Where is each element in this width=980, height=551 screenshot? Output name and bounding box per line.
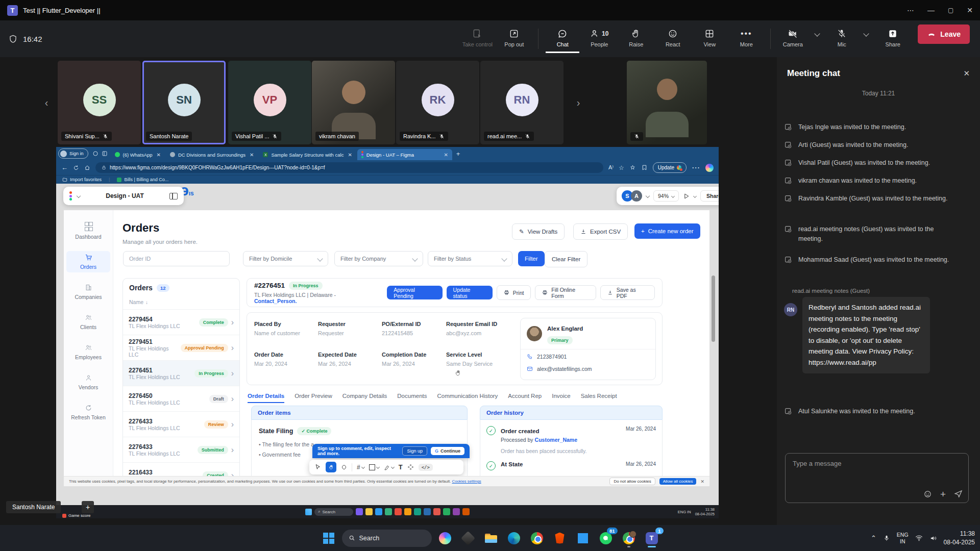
share-button[interactable]: Share [876, 24, 910, 53]
google-continue-button[interactable]: G Continue [431, 447, 464, 455]
tiles-scroll-left[interactable]: ‹ [40, 61, 53, 144]
dev-mode-toggle[interactable]: </> [419, 464, 433, 471]
customer-name-link[interactable]: Customer_Name [535, 437, 577, 443]
approval-pending-button[interactable]: Approval Pending [387, 286, 442, 299]
copilot-icon[interactable] [435, 529, 455, 548]
filter-company-select[interactable]: Filter by Company [334, 251, 423, 266]
tray-mic-icon[interactable] [883, 535, 890, 542]
video-tile-active-speaker[interactable]: SN Santosh Narate [142, 61, 226, 144]
tab-order-preview[interactable]: Order Preview [295, 393, 332, 403]
refresh-icon[interactable] [73, 165, 79, 171]
mini-app-icon[interactable] [365, 508, 373, 515]
text-tool[interactable]: T [399, 463, 403, 471]
update-status-button[interactable]: Update status [447, 286, 493, 299]
vscode-icon[interactable] [573, 529, 593, 548]
raise-button[interactable]: Raise [619, 24, 653, 53]
mini-app-icon[interactable] [356, 508, 363, 515]
read-aloud-icon[interactable]: A⁾ [608, 164, 614, 171]
order-row[interactable]: 2279454TL Flex Holdings LLC Complete › [123, 310, 239, 335]
address-bar[interactable]: https://www.figma.com/design/9BKQ0FOHRWa… [95, 162, 603, 173]
tab-close-icon[interactable]: ✕ [444, 152, 448, 158]
rect-tool[interactable] [369, 464, 379, 470]
mic-dropdown[interactable] [860, 24, 873, 53]
react-button[interactable]: React [656, 24, 690, 53]
chat-button[interactable]: Chat [546, 24, 579, 53]
whatsapp-icon[interactable]: 81 [596, 529, 616, 548]
tab-invoice[interactable]: Invoice [552, 393, 570, 403]
more-button[interactable]: ••• More [729, 24, 763, 53]
favorites-bar-icon[interactable] [641, 164, 648, 171]
camera-dropdown[interactable] [811, 24, 824, 53]
mini-app-icon[interactable] [424, 508, 431, 515]
filter-apply-button[interactable]: Filter [518, 251, 545, 266]
filter-clear-button[interactable]: Clear Filter [545, 251, 587, 267]
edge-icon[interactable] [504, 529, 524, 548]
vertical-tabs-icon[interactable] [102, 151, 108, 157]
zoom-select[interactable]: 94% [653, 190, 679, 202]
view-drafts-button[interactable]: ✎View Drafts [512, 223, 565, 240]
component-tool-icon[interactable] [407, 464, 414, 470]
figma-menu-icon[interactable] [69, 191, 72, 201]
allow-cookies-button[interactable]: Allow all cookies [659, 478, 697, 485]
favorite-star-icon[interactable]: ☆ [619, 164, 624, 171]
order-row-selected[interactable]: 2276451TL Flex Holdings LLC In Progress … [123, 360, 239, 386]
video-tile[interactable]: RN read.ai mee... [480, 61, 564, 144]
tab-communication-history[interactable]: Communication History [437, 393, 498, 403]
mini-app-icon[interactable] [443, 508, 450, 515]
app-icon-dark[interactable] [458, 529, 478, 548]
order-id-input[interactable]: Order ID [123, 251, 230, 266]
brave-icon[interactable] [550, 529, 570, 548]
video-tile[interactable]: VP Vishal Patil ... [228, 61, 311, 144]
hidden-icons-chevron[interactable]: ⌃ [871, 534, 876, 542]
layout-icon[interactable] [169, 193, 178, 199]
order-row[interactable]: 2279451TL Flex Holdings LLC Approval Pen… [123, 335, 239, 360]
sidebar-item-employees[interactable]: Employees [66, 341, 110, 363]
browser-essentials-icon[interactable] [629, 164, 636, 171]
tab-documents[interactable]: Documents [397, 393, 427, 403]
start-button[interactable] [319, 529, 338, 548]
browser-tab-active[interactable]: Design - UAT – Figma✕ [357, 149, 452, 160]
collaborator-avatar[interactable]: A [631, 190, 642, 202]
chat-close-icon[interactable]: ✕ [963, 69, 970, 78]
file-explorer-icon[interactable] [481, 529, 501, 548]
contact-phone[interactable]: 2123874901 [537, 354, 567, 360]
window-maximize-icon[interactable]: ▢ [948, 7, 953, 14]
filter-status-select[interactable]: Filter by Status [428, 251, 512, 266]
browser-tab[interactable]: X Sample Salary Structure with calc✕ [259, 149, 356, 160]
figma-doc-title[interactable]: Design - UAT [85, 192, 164, 199]
tab-company-details[interactable]: Company Details [342, 393, 387, 403]
clock[interactable]: 11:3808-04-2025 [944, 530, 975, 546]
bookmark-bills[interactable]: Bills | Billing and Co... [117, 177, 168, 182]
video-tile[interactable]: RK Ravindra K... [396, 61, 479, 144]
home-icon[interactable] [84, 165, 90, 171]
frame-tool[interactable]: # [357, 464, 364, 471]
chrome-icon[interactable] [527, 529, 547, 548]
video-tile-camera-on[interactable] [627, 61, 707, 144]
contact-email[interactable]: alex@vstatefilings.com [537, 366, 592, 372]
volume-icon[interactable] [929, 535, 937, 542]
filter-domicile-select[interactable]: Filter by Domicile [243, 251, 328, 266]
people-button[interactable]: 10 People [582, 24, 616, 53]
print-button[interactable]: Print [497, 285, 531, 300]
browser-tab[interactable]: (6) WhatsApp✕ [111, 149, 165, 160]
order-row[interactable]: 2276450TL Flex Holdings LLC Draft › [123, 386, 239, 411]
order-row[interactable]: 2276433TL Flex Holdings LLC Review › [123, 411, 239, 437]
sidebar-item-companies[interactable]: Companies [66, 281, 110, 303]
window-close-icon[interactable]: ✕ [967, 6, 973, 14]
emoji-icon[interactable] [923, 490, 932, 498]
tab-close-icon[interactable]: ✕ [250, 152, 254, 158]
wifi-icon[interactable] [915, 535, 923, 541]
tab-close-icon[interactable]: ✕ [348, 152, 352, 158]
sidebar-item-vendors[interactable]: Vendors [66, 371, 110, 393]
sidebar-item-refresh-token[interactable]: Refresh Token [66, 402, 110, 423]
browser-menu-icon[interactable]: ⋯ [692, 163, 700, 172]
send-icon[interactable] [954, 489, 963, 498]
sidebar-item-dashboard[interactable]: Dashboard [66, 219, 110, 242]
mini-search[interactable]: ⌕ Search [314, 508, 353, 516]
browser-signin-button[interactable]: Sign in [58, 148, 88, 159]
language-indicator[interactable]: ENGIN [897, 532, 909, 544]
tiles-scroll-right[interactable]: › [572, 61, 585, 144]
cookie-close-icon[interactable]: ✕ [700, 479, 704, 484]
create-new-order-button[interactable]: +Create new order [634, 223, 700, 239]
view-button[interactable]: View [693, 24, 726, 53]
